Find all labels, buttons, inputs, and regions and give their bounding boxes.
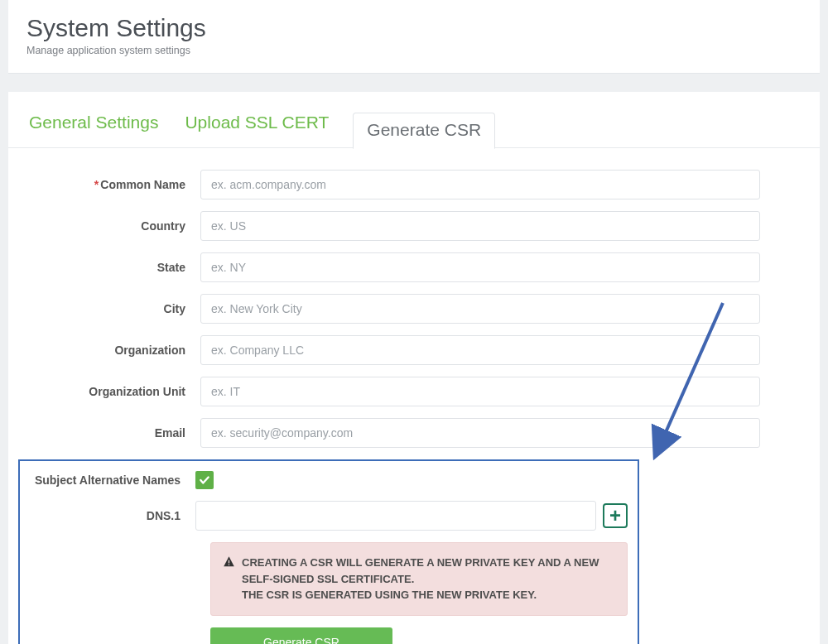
row-country: Country xyxy=(26,211,760,241)
san-checkbox[interactable] xyxy=(195,471,214,489)
row-organization-unit: Organization Unit xyxy=(26,377,760,406)
label-organization: Organization xyxy=(26,344,200,357)
label-country: Country xyxy=(26,219,200,233)
add-dns-button[interactable]: + xyxy=(603,503,628,528)
row-city: City xyxy=(26,294,760,324)
label-organization-unit: Organization Unit xyxy=(26,385,200,398)
label-email: Email xyxy=(26,426,200,440)
page-header: System Settings Manage application syste… xyxy=(8,0,820,74)
page-title: System Settings xyxy=(26,13,802,43)
label-dns1: DNS.1 xyxy=(30,509,195,522)
svg-rect-0 xyxy=(229,560,229,564)
label-san: Subject Alternative Names xyxy=(30,473,195,487)
settings-card: General Settings Upload SSL CERT Generat… xyxy=(8,92,820,644)
label-common-name: *Common Name xyxy=(26,178,200,191)
required-asterisk: * xyxy=(94,178,99,191)
generate-csr-button[interactable]: Generate CSR xyxy=(210,627,392,645)
tab-upload-ssl-cert[interactable]: Upload SSL CERT xyxy=(182,112,331,147)
input-country[interactable] xyxy=(200,211,760,241)
input-common-name[interactable] xyxy=(200,170,760,199)
label-state: State xyxy=(26,261,200,274)
tab-bar: General Settings Upload SSL CERT Generat… xyxy=(8,92,820,148)
row-san: Subject Alternative Names xyxy=(30,471,628,489)
san-highlight-block: Subject Alternative Names DNS.1 + CREATI xyxy=(18,459,639,644)
check-icon xyxy=(199,474,210,486)
input-state[interactable] xyxy=(200,252,760,282)
tab-generate-csr[interactable]: Generate CSR xyxy=(353,113,495,149)
plus-icon: + xyxy=(609,504,621,527)
row-email: Email xyxy=(26,418,760,448)
input-organization[interactable] xyxy=(200,335,760,365)
csr-warning: CREATING A CSR WILL GENERATE A NEW PRIVA… xyxy=(210,542,628,616)
row-dns1: DNS.1 + xyxy=(30,501,628,531)
input-organization-unit[interactable] xyxy=(200,377,760,406)
row-common-name: *Common Name xyxy=(26,170,760,199)
input-email[interactable] xyxy=(200,418,760,448)
row-state: State xyxy=(26,252,760,282)
page-subtitle: Manage application system settings xyxy=(26,45,802,56)
warning-icon xyxy=(223,555,235,603)
tab-general-settings[interactable]: General Settings xyxy=(26,112,161,147)
input-city[interactable] xyxy=(200,294,760,324)
csr-form: *Common Name Country State City O xyxy=(8,148,820,448)
input-dns1[interactable] xyxy=(195,501,596,531)
svg-rect-1 xyxy=(229,565,229,565)
label-city: City xyxy=(26,302,200,315)
generate-row: Generate CSR xyxy=(210,627,628,645)
warning-text: CREATING A CSR WILL GENERATE A NEW PRIVA… xyxy=(242,555,614,603)
row-organization: Organization xyxy=(26,335,760,365)
